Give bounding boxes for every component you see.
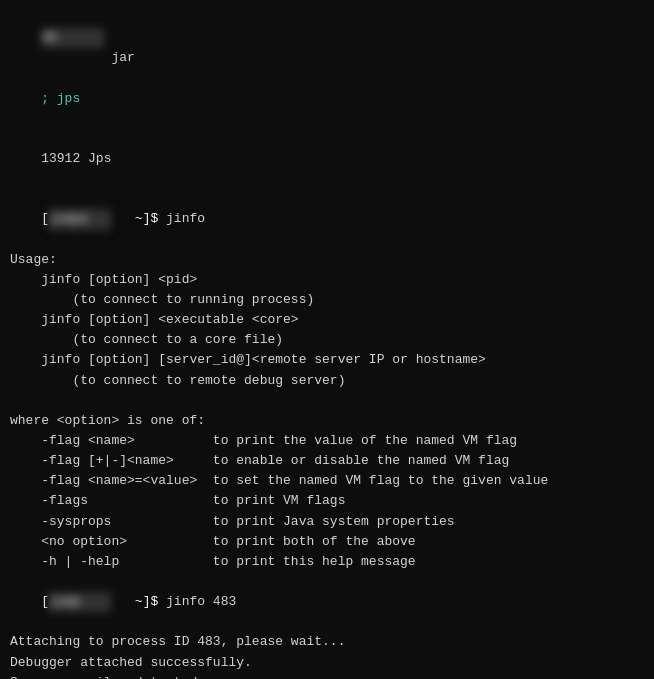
terminal-line: -h | -help to print this help message [10,552,644,572]
blurred-user3: jump [49,592,111,612]
terminal-line: [jumpe ~]$ jinfo [10,189,644,249]
terminal-line: where <option> is one of: [10,411,644,431]
terminal-line: jinfo [option] <pid> [10,270,644,290]
terminal-line: -flag [+|-]<name> to enable or disable t… [10,451,644,471]
terminal-line: 13912 Jps [10,129,644,189]
terminal-line: -flag <name>=<value> to set the named VM… [10,471,644,491]
blurred-user: 48 [41,28,103,48]
terminal-line: <no option> to print both of the above [10,532,644,552]
terminal-line: -flags to print VM flags [10,491,644,511]
terminal-line: Usage: [10,250,644,270]
terminal-line: 48 jar ; jps [10,8,644,129]
terminal-line: jinfo [option] <executable <core> [10,310,644,330]
terminal-line: (to connect to remote debug server) [10,371,644,391]
terminal-line: jinfo [option] [server_id@]<remote serve… [10,350,644,370]
terminal-line: (to connect to running process) [10,290,644,310]
terminal-line: [jump ~]$ jinfo 483 [10,572,644,632]
terminal-line: Server compiler detected. [10,673,644,679]
terminal-line: -sysprops to print Java system propertie… [10,512,644,532]
terminal-window: 48 jar ; jps 13912 Jps [jumpe ~]$ jinfo … [0,0,654,679]
terminal-line: -flag <name> to print the value of the n… [10,431,644,451]
empty-line [10,391,644,411]
terminal-line: Debugger attached successfully. [10,653,644,673]
attaching-line: Attaching to process ID 483, please wait… [10,632,644,652]
blurred-user2: jumpe [49,209,111,229]
terminal-line: (to connect to a core file) [10,330,644,350]
